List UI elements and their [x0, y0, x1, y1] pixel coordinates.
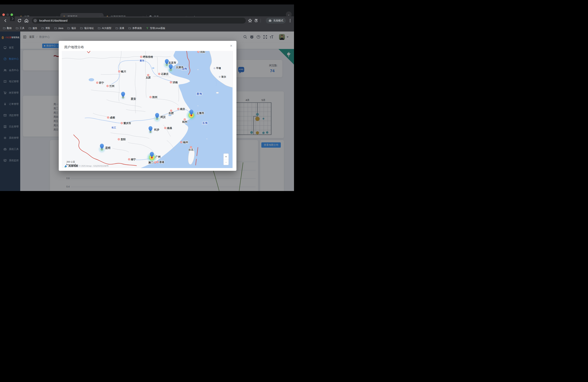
map-label: 南宁	[131, 158, 136, 161]
reload-icon[interactable]	[17, 18, 22, 23]
bookmark-label: 工具	[20, 27, 24, 30]
bookmark-6[interactable]: 项目	[67, 27, 76, 30]
bookmark-8[interactable]: AI大模型	[98, 27, 111, 30]
bookmark-9[interactable]: 直播	[116, 27, 124, 30]
home-icon[interactable]	[24, 18, 29, 23]
map-label: 平壤	[216, 67, 221, 70]
city-dot-澳门	[154, 162, 156, 163]
map-label: 香港	[159, 161, 164, 164]
address-bar[interactable]: localhost:81/dashboard	[32, 18, 246, 23]
window-top-strip	[0, 0, 294, 4]
bookmark-label: 服务	[32, 27, 37, 30]
map-label: 成都	[110, 116, 115, 119]
amap-brand[interactable]: 高德地图	[68, 164, 78, 168]
folder-icon	[80, 27, 83, 30]
browser-tab-bar: 红薯✕管理系统✕红薯管理系统✕登录✕+ ⌄	[0, 4, 294, 16]
city-dot-重庆市	[121, 122, 123, 124]
zoom-in-button[interactable]: +	[224, 154, 229, 159]
city-dot-贵阳	[118, 138, 120, 140]
map-copyright: © 2025 Amap - GS(2024)1158号	[79, 165, 109, 168]
city-dot-郑州	[150, 96, 151, 98]
city-dot-沈阳	[198, 51, 199, 53]
forward-icon[interactable]	[10, 16, 15, 21]
maximize-window-button[interactable]	[10, 13, 13, 16]
city-dot-南京	[178, 108, 179, 110]
map-label: 西宁	[99, 81, 104, 84]
map-label: 郑州	[152, 96, 157, 99]
bookmark-label: 博客	[45, 27, 50, 30]
bookmark-2[interactable]: 工具	[16, 27, 24, 30]
city-dot-台北	[190, 147, 192, 148]
map-label: 贵阳	[121, 138, 126, 141]
city-dot-香港	[157, 161, 158, 163]
map-label: 兰州	[109, 85, 114, 87]
map-zoom-control: + -	[223, 153, 229, 165]
incognito-label: 无痕模式	[273, 19, 283, 22]
china-map: 黄河渤海黄海东海长江呼和浩特沈阳银川石家庄太原济南西宁兰州郑州南京合肥成都杭州重…	[62, 51, 232, 168]
folder-icon	[54, 27, 57, 30]
bookmark-star-icon[interactable]	[248, 18, 252, 23]
folder-icon	[16, 27, 19, 30]
modal-close-icon[interactable]: ✕	[229, 43, 233, 48]
bookmark-4[interactable]: 博客	[42, 27, 50, 30]
map-label: 杭州	[182, 120, 187, 123]
url-text[interactable]: localhost:81/dashboard	[39, 19, 67, 22]
map-attribution: 高德地图 © 2025 Amap - GS(2024)1158号	[64, 164, 109, 168]
map-label: 澳门	[148, 161, 153, 164]
map-label: 黄海	[196, 92, 202, 95]
dashboard-app: 小红薯管理系统 首页数据中心会员中心笔记管理闲宝管理订单管理消息管理日志管理系统…	[0, 32, 294, 191]
map-label: 长沙	[154, 128, 159, 131]
incognito-badge[interactable]: 无痕模式	[266, 18, 286, 23]
back-icon[interactable]	[3, 18, 8, 23]
city-dot-西宁	[96, 82, 98, 84]
folder-icon	[98, 27, 101, 30]
map-label: 济南	[172, 81, 178, 84]
zoom-out-button[interactable]: -	[224, 159, 229, 165]
map-label: 南昌	[167, 127, 172, 129]
bookmark-5[interactable]: Java	[54, 27, 63, 30]
map-label: 天津市	[176, 66, 184, 69]
map-label: 银川	[121, 70, 126, 73]
map-label: 合肥	[168, 112, 174, 115]
map-label: 长江	[111, 126, 116, 129]
screen: 红薯✕管理系统✕红薯管理系统✕登录✕+ ⌄ localhost:81/dashb…	[0, 0, 294, 191]
city-dot-太原	[147, 74, 149, 76]
folder-icon	[116, 27, 118, 30]
modal-title: 用户地理分布	[64, 45, 84, 49]
browser-toolbar: localhost:81/dashboard 无痕模式	[0, 16, 294, 25]
city-dot-成都	[107, 117, 109, 118]
map-label: 沈阳	[200, 51, 205, 53]
geo-distribution-modal: 用户地理分布 ✕	[59, 41, 236, 171]
browser-menu-icon[interactable]	[288, 18, 293, 23]
map-label: 武汉	[160, 116, 166, 118]
city-dot-合肥	[170, 110, 172, 112]
bookmark-3[interactable]: 服务	[29, 27, 37, 30]
folder-icon	[3, 27, 6, 30]
bookmark-label: 翻墙	[7, 27, 12, 30]
folder-icon	[42, 27, 44, 30]
bookmark-label: 项目	[71, 27, 76, 30]
city-dot-福州	[180, 141, 182, 143]
map-label: 福州	[183, 141, 188, 144]
scale-label: 200 公里	[66, 160, 76, 163]
window-controls[interactable]	[2, 13, 13, 16]
amap-logo-icon	[64, 164, 67, 168]
site-info-icon[interactable]	[33, 19, 37, 23]
map-label: 石家庄	[161, 73, 168, 75]
city-dot-兰州	[107, 85, 108, 87]
bookmark-11[interactable]: 宝塔Linux面板	[146, 27, 166, 30]
map-label: 南京	[180, 107, 185, 110]
plant-icon	[146, 27, 149, 30]
city-dot-平壤	[214, 68, 215, 69]
extensions-icon[interactable]	[254, 18, 259, 23]
close-window-button[interactable]	[2, 13, 5, 16]
minimize-window-button[interactable]	[6, 13, 9, 16]
bookmark-10[interactable]: 净界家政	[128, 27, 142, 30]
map-label: 广州	[155, 155, 161, 158]
folder-icon	[67, 27, 70, 30]
bookmark-1[interactable]: 翻墙	[3, 27, 12, 30]
amap-canvas[interactable]: 黄河渤海黄海东海长江呼和浩特沈阳银川石家庄太原济南西宁兰州郑州南京合肥成都杭州重…	[62, 51, 232, 168]
bookmark-label: AI大模型	[102, 27, 111, 30]
bookmark-label: Java	[58, 27, 63, 30]
bookmark-7[interactable]: 项目地址	[80, 27, 94, 30]
